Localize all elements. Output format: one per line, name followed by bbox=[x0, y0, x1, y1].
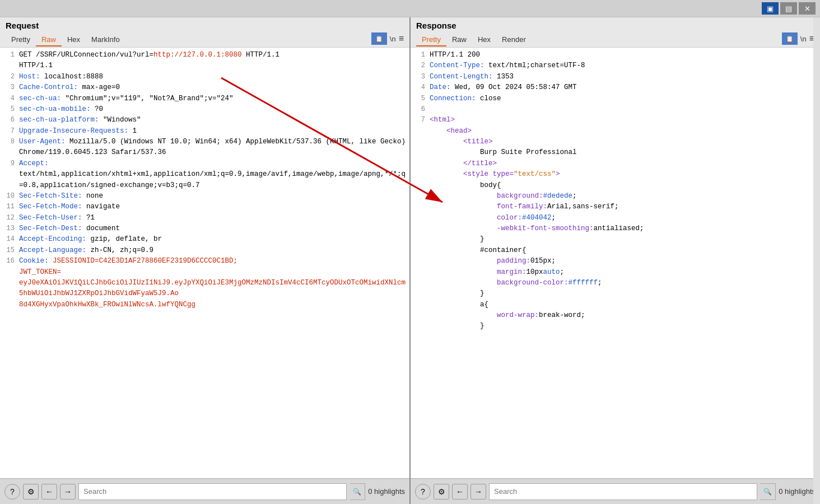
response-copy-icon[interactable]: 📋 bbox=[782, 32, 798, 45]
line-num bbox=[413, 321, 425, 332]
response-scrollbar[interactable] bbox=[813, 17, 820, 504]
request-line-16c: eyJ0eXAiOiJKV1QiLCJhbGciOiJIUzI1NiJ9.eyJ… bbox=[0, 278, 409, 300]
line-num bbox=[2, 300, 15, 310]
request-line-6: 6 sec-ch-ua-platform: "Windows" bbox=[0, 115, 409, 125]
line-num: 14 bbox=[2, 234, 15, 245]
line-num: 4 bbox=[413, 82, 425, 93]
request-line-14: 14 Accept-Encoding: gzip, deflate, br bbox=[0, 234, 409, 245]
tab-response-pretty[interactable]: Pretty bbox=[416, 34, 446, 46]
line-num bbox=[413, 202, 425, 212]
line-content: } bbox=[430, 234, 484, 245]
response-line-5: 5 Connection: close bbox=[411, 94, 820, 104]
response-bottom-bar: ? ⚙ ← → 🔍 0 highlights bbox=[411, 478, 820, 504]
line-content: Upgrade-Insecure-Requests: 1 bbox=[19, 126, 137, 137]
line-content: word-wrap:break-word; bbox=[430, 310, 585, 321]
response-help-button[interactable]: ? bbox=[415, 484, 431, 500]
response-line-title-close: </title> bbox=[411, 158, 820, 169]
line-num: 16 bbox=[2, 256, 15, 267]
response-search-button[interactable]: 🔍 bbox=[760, 483, 776, 500]
line-num: 1 bbox=[413, 50, 425, 60]
line-num: 7 bbox=[2, 126, 15, 137]
line-num bbox=[2, 169, 15, 191]
split-horizontal-button[interactable]: ▣ bbox=[762, 2, 779, 15]
line-content: <html> bbox=[430, 115, 455, 125]
line-num: 5 bbox=[2, 104, 15, 115]
response-line-7: 7 <html> bbox=[411, 115, 820, 125]
tab-response-raw[interactable]: Raw bbox=[446, 34, 472, 46]
response-forward-button[interactable]: → bbox=[470, 484, 486, 500]
request-menu-icon[interactable]: ≡ bbox=[399, 34, 404, 44]
request-content[interactable]: 1 GET /SSRF/URLConnection/vul?url=http:/… bbox=[0, 48, 409, 478]
response-content[interactable]: 1 HTTP/1.1 200 2 Content-Type: text/html… bbox=[411, 48, 820, 478]
line-content: HTTP/1.1 bbox=[19, 60, 53, 71]
line-num bbox=[413, 223, 425, 234]
response-line-color: color:#404042; bbox=[411, 213, 820, 223]
line-num bbox=[413, 288, 425, 299]
response-back-button[interactable]: ← bbox=[452, 484, 468, 500]
response-line-4: 4 Date: Wed, 09 Oct 2024 05:58:47 GMT bbox=[411, 82, 820, 93]
response-line-head: <head> bbox=[411, 126, 820, 137]
request-search-button[interactable]: 🔍 bbox=[350, 483, 365, 500]
request-panel-header: Request Pretty Raw Hex MarkInfo 📋 \n ≡ bbox=[0, 17, 409, 48]
line-content: Sec-Fetch-Site: none bbox=[19, 191, 103, 202]
line-num bbox=[413, 310, 425, 321]
line-num bbox=[413, 169, 425, 180]
response-search-input[interactable] bbox=[489, 483, 757, 500]
line-num: 9 bbox=[2, 158, 15, 169]
request-settings-button[interactable]: ⚙ bbox=[23, 484, 39, 500]
response-newline-icon[interactable]: \n bbox=[800, 35, 807, 43]
tab-response-hex[interactable]: Hex bbox=[472, 34, 496, 46]
line-content: Content-Length: 1353 bbox=[430, 72, 514, 82]
request-title: Request bbox=[6, 21, 404, 30]
split-vertical-button[interactable]: ▤ bbox=[780, 2, 797, 15]
response-line-ff: font-family:Arial,sans-serif; bbox=[411, 202, 820, 212]
line-num bbox=[413, 137, 425, 147]
line-num bbox=[2, 267, 15, 278]
request-help-button[interactable]: ? bbox=[4, 484, 20, 500]
response-highlights-label: 0 highlights bbox=[779, 487, 816, 496]
line-content: </title> bbox=[430, 158, 497, 169]
response-line-padding: padding:015px; bbox=[411, 256, 820, 267]
line-content: Accept-Language: zh-CN, zh;q=0.9 bbox=[19, 245, 153, 256]
tab-request-hex[interactable]: Hex bbox=[62, 34, 86, 46]
line-content: <head> bbox=[430, 126, 472, 137]
tab-request-pretty[interactable]: Pretty bbox=[6, 34, 36, 46]
line-num bbox=[413, 126, 425, 137]
request-back-button[interactable]: ← bbox=[41, 484, 57, 500]
line-num: 1 bbox=[2, 50, 15, 60]
request-line-13: 13 Sec-Fetch-Dest: document bbox=[0, 223, 409, 234]
response-line-bg: background:#dedede; bbox=[411, 191, 820, 202]
response-line-title-content: Burp Suite Professional bbox=[411, 147, 820, 158]
response-line-title-open: <title> bbox=[411, 137, 820, 147]
request-newline-icon[interactable]: \n bbox=[390, 35, 396, 43]
line-content: text/html,application/xhtml+xml,applicat… bbox=[19, 169, 407, 191]
line-content: JWT_TOKEN= bbox=[19, 267, 61, 278]
line-content: margin:10pxauto; bbox=[430, 267, 564, 278]
request-line-5: 5 sec-ch-ua-mobile: ?0 bbox=[0, 104, 409, 115]
line-num: 13 bbox=[2, 223, 15, 234]
line-content: Cache-Control: max-age=0 bbox=[19, 82, 120, 93]
request-line-1: 1 GET /SSRF/URLConnection/vul?url=http:/… bbox=[0, 50, 409, 60]
tab-request-raw[interactable]: Raw bbox=[36, 34, 62, 46]
response-line-wordwrap: word-wrap:break-word; bbox=[411, 310, 820, 321]
response-settings-button[interactable]: ⚙ bbox=[434, 484, 449, 500]
close-panel-button[interactable]: ✕ bbox=[799, 2, 816, 15]
line-content: padding:015px; bbox=[430, 256, 556, 267]
request-panel: Request Pretty Raw Hex MarkInfo 📋 \n ≡ bbox=[0, 17, 411, 504]
request-line-15: 15 Accept-Language: zh-CN, zh;q=0.9 bbox=[0, 245, 409, 256]
request-forward-button[interactable]: → bbox=[60, 484, 76, 500]
top-bar: ▣ ▤ ✕ bbox=[0, 0, 820, 17]
line-content bbox=[430, 104, 434, 115]
line-content: Accept: bbox=[19, 158, 53, 169]
request-copy-icon[interactable]: 📋 bbox=[371, 32, 387, 45]
request-line-10: 10 Sec-Fetch-Site: none bbox=[0, 191, 409, 202]
line-num bbox=[2, 278, 15, 300]
tab-response-render[interactable]: Render bbox=[496, 34, 532, 46]
request-search-input[interactable] bbox=[78, 483, 347, 500]
response-line-2: 2 Content-Type: text/html;charset=UTF-8 bbox=[411, 60, 820, 71]
tab-request-markinfo[interactable]: MarkInfo bbox=[86, 34, 125, 46]
line-num: 3 bbox=[413, 72, 425, 82]
response-line-bgcolor: background-color:#ffffff; bbox=[411, 278, 820, 288]
response-line-style: <style type="text/css"> bbox=[411, 169, 820, 180]
response-line-body-close: } bbox=[411, 234, 820, 245]
